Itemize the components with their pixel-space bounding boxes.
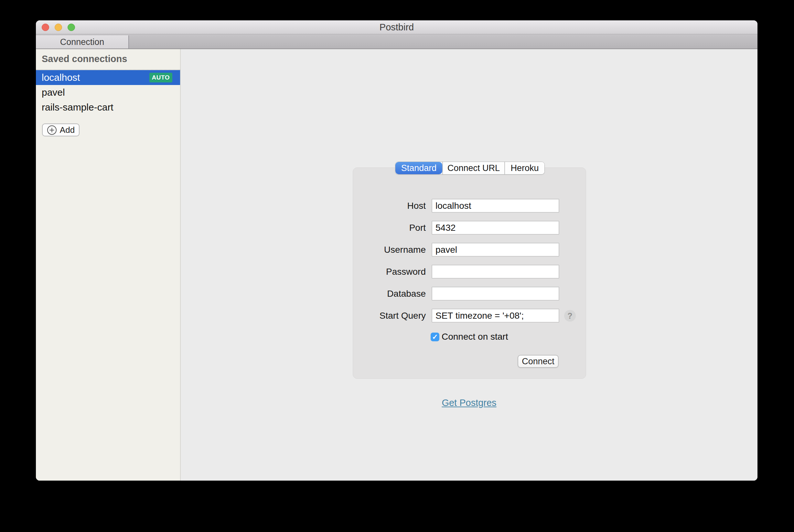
connect-on-start-label: Connect on start bbox=[441, 331, 508, 342]
link-row: Get Postgres bbox=[181, 398, 757, 408]
port-field[interactable] bbox=[432, 221, 559, 235]
port-label: Port bbox=[353, 221, 426, 235]
connect-on-start-row: Connect on start bbox=[431, 332, 508, 342]
host-label: Host bbox=[353, 199, 426, 213]
form-row-host: Host bbox=[353, 199, 586, 213]
help-icon[interactable]: ? bbox=[564, 310, 576, 322]
content-area: Saved connections localhost AUTO pavel r… bbox=[36, 49, 757, 481]
connection-form-panel: Host Port Username Password Database bbox=[353, 167, 586, 379]
saved-connections-heading: Saved connections bbox=[42, 54, 127, 64]
connections-list: localhost AUTO pavel rails-sample-cart bbox=[36, 70, 180, 115]
start-query-label: Start Query bbox=[353, 309, 426, 323]
tab-connection[interactable]: Connection bbox=[36, 35, 129, 49]
auto-badge: AUTO bbox=[149, 73, 172, 82]
connect-on-start-checkbox[interactable] bbox=[431, 332, 439, 341]
title-bar: Postbird bbox=[36, 20, 757, 34]
connection-name: pavel bbox=[42, 87, 65, 98]
main-area: Standard Connect URL Heroku Host Port Us… bbox=[181, 49, 757, 481]
list-item-pavel[interactable]: pavel bbox=[36, 85, 180, 100]
window-title: Postbird bbox=[36, 20, 757, 34]
form-row-username: Username bbox=[353, 243, 586, 256]
app-window: Postbird Connection Saved connections lo… bbox=[36, 20, 757, 481]
plus-circle-icon bbox=[47, 125, 57, 135]
list-item-rails-sample-cart[interactable]: rails-sample-cart bbox=[36, 100, 180, 115]
connection-type-tabs: Standard Connect URL Heroku bbox=[395, 162, 545, 174]
username-field[interactable] bbox=[432, 243, 559, 256]
tab-connect-url[interactable]: Connect URL bbox=[442, 162, 504, 174]
list-item-localhost[interactable]: localhost AUTO bbox=[36, 70, 180, 85]
database-label: Database bbox=[353, 287, 426, 301]
tab-standard[interactable]: Standard bbox=[395, 162, 442, 174]
connection-name: localhost bbox=[42, 72, 80, 83]
database-field[interactable] bbox=[432, 287, 559, 301]
form-row-port: Port bbox=[353, 221, 586, 235]
add-button-label: Add bbox=[60, 125, 75, 135]
form-row-database: Database bbox=[353, 287, 586, 301]
host-field[interactable] bbox=[432, 199, 559, 213]
sidebar: Saved connections localhost AUTO pavel r… bbox=[36, 49, 181, 481]
tab-strip: Connection bbox=[36, 34, 757, 49]
get-postgres-link[interactable]: Get Postgres bbox=[441, 398, 496, 408]
add-connection-button[interactable]: Add bbox=[42, 124, 79, 136]
password-label: Password bbox=[353, 265, 426, 279]
username-label: Username bbox=[353, 243, 426, 256]
tab-heroku[interactable]: Heroku bbox=[504, 162, 544, 174]
start-query-field[interactable] bbox=[432, 309, 559, 323]
form-row-start-query: Start Query ? bbox=[353, 309, 586, 323]
form-row-password: Password bbox=[353, 265, 586, 279]
password-field[interactable] bbox=[432, 265, 559, 279]
connect-button[interactable]: Connect bbox=[517, 355, 559, 368]
connection-name: rails-sample-cart bbox=[42, 102, 113, 113]
